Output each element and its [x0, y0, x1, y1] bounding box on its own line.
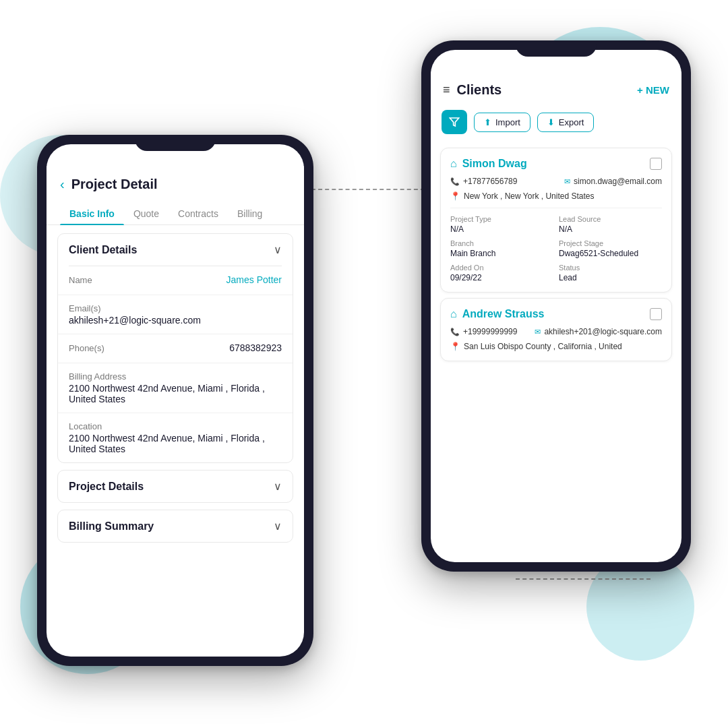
content-left: ‹ Project Detail Basic Info Quote Contra…: [47, 144, 304, 657]
simon-project-type-value: N/A: [450, 224, 553, 234]
chevron-down-icon: ∨: [274, 243, 282, 256]
tab-billing[interactable]: Billing: [228, 203, 272, 224]
simon-status-value: Lead: [559, 273, 662, 282]
simon-name-row: ⌂ Simon Dwag: [450, 158, 662, 170]
client-details-title: Client Details: [69, 244, 137, 256]
content-right: ≡ Clients + NEW ⬆ Import: [431, 50, 681, 562]
phone-left: ‹ Project Detail Basic Info Quote Contra…: [37, 135, 313, 666]
field-label-email: Email(s): [69, 303, 282, 313]
back-button[interactable]: ‹: [60, 177, 65, 192]
simon-branch-label: Branch: [450, 239, 553, 247]
billing-summary-section: Billing Summary ∨: [57, 510, 293, 543]
new-button[interactable]: + NEW: [637, 84, 669, 96]
simon-phone-item: 📞 +17877656789: [450, 177, 517, 186]
field-label-name: Name: [69, 275, 92, 285]
chevron-down-icon-3: ∨: [274, 520, 282, 533]
import-icon: ⬆: [484, 117, 491, 127]
home-icon-andrew: ⌂: [450, 308, 457, 320]
simon-location-row: 📍 New York , New York , United States: [450, 191, 662, 208]
simon-email: simon.dwag@email.com: [574, 177, 662, 186]
home-icon-simon: ⌂: [450, 158, 457, 170]
tab-basic-info[interactable]: Basic Info: [60, 203, 124, 224]
header-left-group: ≡ Clients: [443, 82, 502, 98]
andrew-checkbox[interactable]: [650, 308, 662, 320]
notch-left: [135, 135, 216, 151]
simon-project-type-label: Project Type: [450, 215, 553, 223]
andrew-phone: +19999999999: [463, 327, 517, 336]
simon-lead-source-value: N/A: [559, 224, 662, 234]
simon-branch: Branch Main Branch: [450, 239, 553, 258]
page-title-right: Clients: [457, 82, 502, 98]
header-left: ‹ Project Detail: [47, 166, 304, 198]
phone-frame-left: ‹ Project Detail Basic Info Quote Contra…: [37, 135, 313, 666]
phone-right: ≡ Clients + NEW ⬆ Import: [421, 40, 691, 572]
field-value-email: akhilesh+21@logic-square.com: [69, 315, 282, 326]
field-value-name[interactable]: James Potter: [226, 274, 282, 285]
simon-project-stage-label: Project Stage: [559, 239, 662, 247]
andrew-location: San Luis Obispo County , California , Un…: [464, 342, 622, 351]
andrew-location-row: 📍 San Luis Obispo County , California , …: [450, 342, 662, 351]
field-billing-address: Billing Address 2100 Northwest 42nd Aven…: [58, 363, 293, 413]
tab-contracts[interactable]: Contracts: [169, 203, 228, 224]
andrew-name-group: ⌂ Andrew Strauss: [450, 308, 544, 320]
hamburger-icon[interactable]: ≡: [443, 83, 450, 97]
client-details-section: Client Details ∨ Name James Potter Email…: [57, 233, 293, 463]
screen-right: ≡ Clients + NEW ⬆ Import: [431, 50, 681, 562]
chevron-down-icon-2: ∨: [274, 480, 282, 493]
simon-meta-grid: Project Type N/A Lead Source N/A Branch …: [450, 215, 662, 282]
billing-summary-title: Billing Summary: [69, 520, 154, 533]
simon-added-on-value: 09/29/22: [450, 273, 553, 282]
tab-quote[interactable]: Quote: [124, 203, 169, 224]
simon-contact-row: 📞 +17877656789 ✉ simon.dwag@email.com: [450, 177, 662, 186]
simon-added-on-label: Added On: [450, 264, 553, 272]
simon-phone: +17877656789: [463, 177, 517, 186]
field-name: Name James Potter: [58, 266, 293, 295]
export-label: Export: [559, 117, 584, 127]
export-icon: ⬇: [547, 117, 555, 127]
field-value-billing-address: 2100 Northwest 42nd Avenue, Miami , Flor…: [69, 383, 282, 404]
connector-line-bottom: [516, 578, 650, 580]
simon-name: Simon Dwag: [462, 158, 527, 170]
phone-icon-andrew: 📞: [450, 328, 460, 336]
simon-location: New York , New York , United States: [464, 191, 594, 201]
andrew-email-item: ✉ akhilesh+201@logic-square.com: [535, 327, 662, 336]
simon-status: Status Lead: [559, 264, 662, 282]
simon-added-on: Added On 09/29/22: [450, 264, 553, 282]
field-label-location: Location: [69, 421, 282, 431]
billing-summary-header[interactable]: Billing Summary ∨: [58, 510, 293, 542]
location-icon-simon: 📍: [450, 191, 460, 201]
import-label: Import: [495, 117, 520, 127]
field-phone: Phone(s) 6788382923: [58, 334, 293, 363]
simon-checkbox[interactable]: [650, 158, 662, 170]
svg-marker-0: [450, 118, 458, 126]
andrew-contact-row: 📞 +19999999999 ✉ akhilesh+201@logic-squa…: [450, 327, 662, 336]
field-value-location: 2100 Northwest 42nd Avenue, Miami , Flor…: [69, 433, 282, 454]
andrew-name-row: ⌂ Andrew Strauss: [450, 308, 662, 320]
header-right: ≡ Clients + NEW: [431, 71, 681, 104]
toolbar-row: ⬆ Import ⬇ Export: [431, 104, 681, 142]
import-button[interactable]: ⬆ Import: [474, 113, 530, 132]
export-button[interactable]: ⬇ Export: [537, 113, 595, 132]
simon-status-label: Status: [559, 264, 662, 272]
project-details-header[interactable]: Project Details ∨: [58, 471, 293, 502]
email-icon-andrew: ✉: [535, 328, 541, 336]
phone-frame-right: ≡ Clients + NEW ⬆ Import: [421, 40, 691, 572]
page-title-left: Project Detail: [71, 177, 158, 192]
field-label-billing-address: Billing Address: [69, 371, 282, 382]
simon-branch-value: Main Branch: [450, 249, 553, 258]
client-card-simon[interactable]: ⌂ Simon Dwag 📞 +17877656789 ✉ simon.dwag…: [440, 148, 672, 293]
client-details-header[interactable]: Client Details ∨: [58, 234, 293, 266]
screen-left: ‹ Project Detail Basic Info Quote Contra…: [47, 144, 304, 657]
simon-name-group: ⌂ Simon Dwag: [450, 158, 527, 170]
simon-email-item: ✉ simon.dwag@email.com: [564, 177, 662, 186]
field-email: Email(s) akhilesh+21@logic-square.com: [58, 295, 293, 334]
field-label-phone: Phone(s): [69, 343, 104, 353]
andrew-name: Andrew Strauss: [462, 308, 545, 320]
filter-button[interactable]: [442, 110, 467, 134]
location-icon-andrew: 📍: [450, 342, 460, 351]
simon-lead-source: Lead Source N/A: [559, 215, 662, 234]
simon-project-type: Project Type N/A: [450, 215, 553, 234]
email-icon-simon: ✉: [564, 177, 570, 186]
client-card-andrew[interactable]: ⌂ Andrew Strauss 📞 +19999999999 ✉ akhile…: [440, 298, 672, 361]
andrew-email: akhilesh+201@logic-square.com: [544, 327, 662, 336]
